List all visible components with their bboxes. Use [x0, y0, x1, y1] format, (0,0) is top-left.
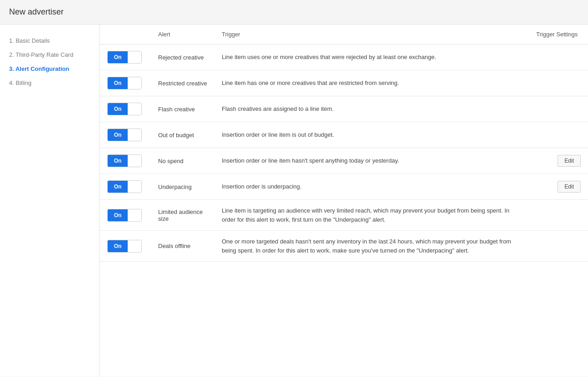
page-title: New advertiser	[0, 0, 588, 25]
alert-table: Alert Trigger Trigger Settings On Reject…	[100, 25, 588, 262]
trigger-no-spend: Insertion order or line item hasn't spen…	[214, 148, 529, 174]
table-row: On Limited audience sizeLine item is tar…	[100, 200, 588, 231]
content-area: Alert Trigger Trigger Settings On Reject…	[100, 25, 588, 377]
table-row: On Deals offlineOne or more targeted dea…	[100, 231, 588, 262]
toggle-off-area-underpacing	[128, 181, 141, 193]
toggle-cell-rejected-creative: On	[100, 45, 151, 70]
toggle-cell-restricted-creative: On	[100, 70, 151, 96]
trigger-rejected-creative: Line item uses one or more creatives tha…	[214, 45, 529, 70]
toggle-cell-underpacing: On	[100, 174, 151, 200]
toggle-on-label-no-spend: On	[108, 155, 128, 167]
settings-cell-underpacing: Edit	[529, 174, 588, 200]
settings-cell-limited-audience-size	[529, 200, 588, 231]
toggle-on-label-out-of-budget: On	[108, 129, 128, 141]
toggle-no-spend[interactable]: On	[107, 154, 142, 167]
toggle-on-label-restricted-creative: On	[108, 77, 128, 89]
sidebar-item-third-party-rate-card[interactable]: 2. Third-Party Rate Card	[7, 48, 92, 62]
toggle-on-label-rejected-creative: On	[108, 51, 128, 63]
settings-cell-out-of-budget	[529, 122, 588, 148]
table-row: On Rejected creativeLine item uses one o…	[100, 45, 588, 70]
alert-name-flash-creative: Flash creative	[151, 96, 214, 122]
toggle-off-area-rejected-creative	[128, 51, 141, 63]
toggle-off-area-limited-audience-size	[128, 209, 141, 221]
table-row: On No spendInsertion order or line item …	[100, 148, 588, 174]
toggle-cell-no-spend: On	[100, 148, 151, 174]
sidebar-item-billing: 4. Billing	[7, 76, 92, 90]
edit-button-underpacing[interactable]: Edit	[558, 181, 581, 193]
settings-cell-flash-creative	[529, 96, 588, 122]
col-header-toggle	[100, 25, 151, 45]
toggle-cell-out-of-budget: On	[100, 122, 151, 148]
toggle-out-of-budget[interactable]: On	[107, 129, 142, 141]
toggle-cell-deals-offline: On	[100, 231, 151, 262]
toggle-off-area-no-spend	[128, 155, 141, 167]
sidebar: 1. Basic Details 2. Third-Party Rate Car…	[0, 25, 100, 377]
trigger-out-of-budget: Insertion order or line item is out of b…	[214, 122, 529, 148]
sidebar-item-basic-details[interactable]: 1. Basic Details	[7, 34, 92, 48]
settings-cell-restricted-creative	[529, 70, 588, 96]
settings-cell-deals-offline	[529, 231, 588, 262]
sidebar-item-alert-configuration[interactable]: 3. Alert Configuration	[7, 62, 92, 76]
edit-button-no-spend[interactable]: Edit	[558, 155, 581, 167]
col-header-trigger: Trigger	[214, 25, 529, 45]
trigger-flash-creative: Flash creatives are assigned to a line i…	[214, 96, 529, 122]
table-row: On Restricted creativeLine item has one …	[100, 70, 588, 96]
trigger-underpacing: Insertion order is underpacing.	[214, 174, 529, 200]
alert-name-restricted-creative: Restricted creative	[151, 70, 214, 96]
settings-cell-no-spend: Edit	[529, 148, 588, 174]
trigger-deals-offline: One or more targeted deals hasn't sent a…	[214, 231, 529, 262]
settings-cell-rejected-creative	[529, 45, 588, 70]
toggle-underpacing[interactable]: On	[107, 180, 142, 193]
trigger-restricted-creative: Line item has one or more creatives that…	[214, 70, 529, 96]
toggle-rejected-creative[interactable]: On	[107, 51, 142, 64]
toggle-off-area-restricted-creative	[128, 77, 141, 89]
col-header-alert: Alert	[151, 25, 214, 45]
toggle-off-area-out-of-budget	[128, 129, 141, 141]
toggle-on-label-limited-audience-size: On	[108, 209, 128, 221]
alert-name-rejected-creative: Rejected creative	[151, 45, 214, 70]
table-row: On Out of budgetInsertion order or line …	[100, 122, 588, 148]
alert-name-out-of-budget: Out of budget	[151, 122, 214, 148]
alert-name-underpacing: Underpacing	[151, 174, 214, 200]
alert-name-no-spend: No spend	[151, 148, 214, 174]
toggle-on-label-underpacing: On	[108, 181, 128, 193]
toggle-deals-offline[interactable]: On	[107, 240, 142, 253]
toggle-off-area-flash-creative	[128, 103, 141, 115]
table-row: On UnderpacingInsertion order is underpa…	[100, 174, 588, 200]
toggle-limited-audience-size[interactable]: On	[107, 209, 142, 222]
alert-name-deals-offline: Deals offline	[151, 231, 214, 262]
toggle-cell-flash-creative: On	[100, 96, 151, 122]
col-header-trigger-settings: Trigger Settings	[529, 25, 588, 45]
toggle-off-area-deals-offline	[128, 240, 141, 252]
toggle-flash-creative[interactable]: On	[107, 103, 142, 115]
toggle-cell-limited-audience-size: On	[100, 200, 151, 231]
trigger-limited-audience-size: Line item is targeting an audience with …	[214, 200, 529, 231]
alert-name-limited-audience-size: Limited audience size	[151, 200, 214, 231]
table-row: On Flash creativeFlash creatives are ass…	[100, 96, 588, 122]
toggle-on-label-flash-creative: On	[108, 103, 128, 115]
toggle-on-label-deals-offline: On	[108, 240, 128, 252]
toggle-restricted-creative[interactable]: On	[107, 77, 142, 89]
